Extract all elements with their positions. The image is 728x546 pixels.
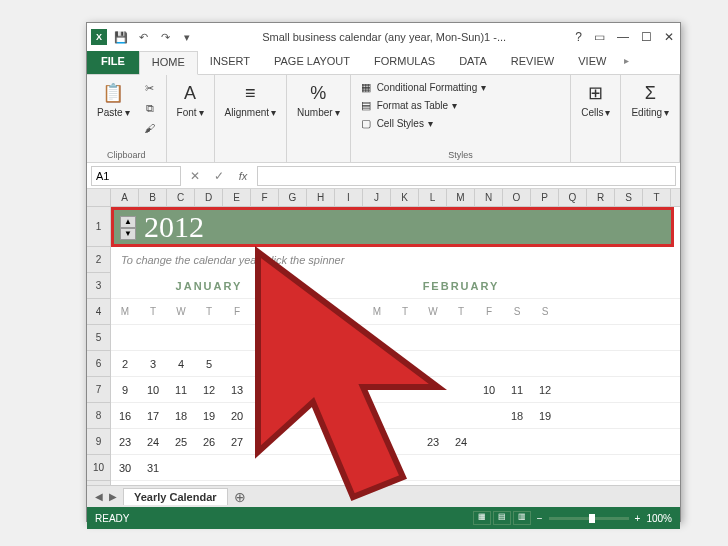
formula-bar: ✕ ✓ fx (87, 163, 680, 189)
col-header[interactable]: K (391, 189, 419, 206)
formulas-tab[interactable]: FORMULAS (362, 51, 447, 74)
undo-icon[interactable]: ↶ (135, 29, 151, 45)
row-header[interactable]: 6 (87, 351, 111, 377)
chevron-down-icon: ▾ (605, 107, 610, 118)
col-header[interactable]: A (111, 189, 139, 206)
name-box[interactable] (91, 166, 181, 186)
day-header: 18 (503, 410, 531, 422)
col-header[interactable]: G (279, 189, 307, 206)
normal-view-icon[interactable]: ▦ (473, 511, 491, 525)
save-icon[interactable]: 💾 (113, 29, 129, 45)
conditional-formatting-button[interactable]: ▦Conditional Formatting▾ (357, 79, 565, 95)
row-header[interactable]: 2 (87, 247, 111, 273)
editing-group: Σ Editing▾ (621, 75, 680, 162)
col-header[interactable]: H (307, 189, 335, 206)
enter-icon[interactable]: ✓ (209, 166, 229, 186)
redo-icon[interactable]: ↷ (157, 29, 173, 45)
year-spinner[interactable]: ▲ ▼ (120, 216, 136, 240)
fx-icon[interactable]: fx (233, 166, 253, 186)
page-layout-view-icon[interactable]: ▤ (493, 511, 511, 525)
insert-tab[interactable]: INSERT (198, 51, 262, 74)
col-header[interactable]: T (643, 189, 671, 206)
row-header[interactable]: 7 (87, 377, 111, 403)
row-header[interactable]: 11 (87, 481, 111, 485)
page-break-view-icon[interactable]: ▥ (513, 511, 531, 525)
home-tab[interactable]: HOME (139, 51, 198, 75)
day-header: S (531, 306, 559, 317)
help-icon[interactable]: ? (573, 30, 584, 44)
cell-styles-button[interactable]: ▢Cell Styles▾ (357, 115, 565, 131)
page-layout-tab[interactable]: PAGE LAYOUT (262, 51, 362, 74)
col-header[interactable]: R (587, 189, 615, 206)
row-header[interactable]: 4 (87, 299, 111, 325)
qat-dropdown-icon[interactable]: ▾ (179, 29, 195, 45)
data-tab[interactable]: DATA (447, 51, 499, 74)
cells-button[interactable]: ⊞ Cells▾ (577, 79, 614, 120)
col-header[interactable]: L (419, 189, 447, 206)
sheet-tab[interactable]: Yearly Calendar (123, 488, 228, 505)
tab-nav-next-icon[interactable]: ▶ (109, 491, 117, 502)
excel-icon: X (91, 29, 107, 45)
col-header[interactable]: N (475, 189, 503, 206)
day-header: T (195, 306, 223, 317)
zoom-slider[interactable] (549, 517, 629, 520)
number-button[interactable]: % Number▾ (293, 79, 344, 120)
formula-input[interactable] (257, 166, 676, 186)
row-header[interactable]: 1 (87, 207, 111, 247)
spinner-down-icon[interactable]: ▼ (120, 228, 136, 240)
zoom-out-icon[interactable]: − (537, 513, 543, 524)
col-header[interactable]: B (139, 189, 167, 206)
col-header[interactable]: P (531, 189, 559, 206)
close-icon[interactable]: ✕ (662, 30, 676, 44)
col-header[interactable]: I (335, 189, 363, 206)
col-header[interactable]: F (251, 189, 279, 206)
new-sheet-icon[interactable]: ⊕ (234, 489, 246, 505)
paste-button[interactable]: 📋 Paste▾ (93, 79, 134, 120)
font-button[interactable]: A Font▾ (173, 79, 208, 120)
number-group: % Number▾ (287, 75, 351, 162)
col-header[interactable]: C (167, 189, 195, 206)
view-tab[interactable]: VIEW (566, 51, 618, 74)
format-painter-icon[interactable]: 🖌 (140, 119, 160, 137)
format-as-table-button[interactable]: ▤Format as Table▾ (357, 97, 565, 113)
col-header[interactable]: M (447, 189, 475, 206)
day-header: 13 (223, 384, 251, 396)
cancel-icon[interactable]: ✕ (185, 166, 205, 186)
col-header[interactable]: E (223, 189, 251, 206)
col-header[interactable]: S (615, 189, 643, 206)
row-header[interactable]: 3 (87, 273, 111, 299)
col-header[interactable]: O (503, 189, 531, 206)
day-header: 27 (223, 436, 251, 448)
row-header[interactable]: 8 (87, 403, 111, 429)
day-header: 24 (139, 436, 167, 448)
alignment-button[interactable]: ≡ Alignment▾ (221, 79, 280, 120)
row-header[interactable]: 10 (87, 455, 111, 481)
spinner-up-icon[interactable]: ▲ (120, 216, 136, 228)
review-tab[interactable]: REVIEW (499, 51, 566, 74)
editing-button[interactable]: Σ Editing▾ (627, 79, 673, 120)
select-all-corner[interactable] (87, 189, 111, 206)
cells-region[interactable]: ▲ ▼ 2012 To change the calendar year, cl… (111, 207, 680, 485)
col-header[interactable]: Q (559, 189, 587, 206)
year-cell[interactable]: ▲ ▼ 2012 (111, 207, 674, 247)
file-tab[interactable]: FILE (87, 51, 139, 74)
worksheet[interactable]: A B C D E F G H I J K L M N O P Q R S T … (87, 189, 680, 485)
chevron-down-icon: ▾ (481, 82, 486, 93)
row-header[interactable]: 9 (87, 429, 111, 455)
tab-nav-prev-icon[interactable]: ◀ (95, 491, 103, 502)
copy-icon[interactable]: ⧉ (140, 99, 160, 117)
day-header: 11 (503, 384, 531, 396)
ribbon-options-icon[interactable]: ▭ (592, 30, 607, 44)
row-header[interactable]: 5 (87, 325, 111, 351)
zoom-in-icon[interactable]: + (635, 513, 641, 524)
day-header: 3 (139, 358, 167, 370)
tab-scroll-icon[interactable]: ▸ (618, 51, 635, 74)
window-controls: ? ▭ — ☐ ✕ (573, 30, 676, 44)
day-header: 26 (195, 436, 223, 448)
maximize-icon[interactable]: ☐ (639, 30, 654, 44)
col-header[interactable]: J (363, 189, 391, 206)
minimize-icon[interactable]: — (615, 30, 631, 44)
col-header[interactable]: D (195, 189, 223, 206)
cut-icon[interactable]: ✂ (140, 79, 160, 97)
day-header: 23 (419, 436, 447, 448)
